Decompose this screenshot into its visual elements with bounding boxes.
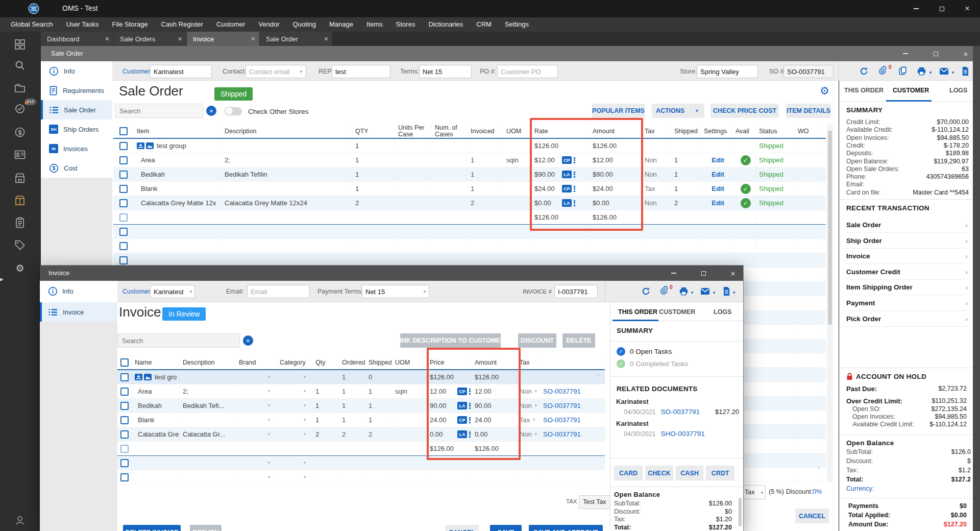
so-link[interactable]: SO-0037791 [543, 430, 581, 438]
chevron-down-icon[interactable]: ▼ [299, 69, 303, 74]
panel-tab-customer[interactable]: CUSTOMER [893, 87, 929, 94]
recent-item-pick-order[interactable]: Pick Order› [846, 311, 968, 327]
scroll-up-icon[interactable]: ⌃ [596, 374, 600, 379]
minimize-icon[interactable] [895, 46, 916, 61]
row-menu-icon[interactable] [469, 402, 471, 409]
mail-icon[interactable] [939, 67, 949, 75]
edit-link[interactable]: Edit [712, 171, 724, 178]
attachment-icon[interactable] [878, 66, 887, 76]
cell-brand[interactable]: ▼ [236, 470, 277, 484]
menu-item-user-tasks[interactable]: User Tasks [59, 17, 105, 32]
chevron-down-icon[interactable]: ▼ [303, 389, 307, 394]
price-source-badge[interactable]: CP [457, 416, 467, 424]
po-field[interactable] [497, 65, 558, 78]
table-row[interactable]: test group1$126.00$126.00Shipped [113, 139, 826, 153]
chevron-down-icon[interactable]: ▼ [303, 432, 307, 437]
chevron-down-icon[interactable]: ▼ [303, 461, 307, 465]
cell-settings[interactable]: Edit [701, 182, 732, 196]
row-checkbox[interactable] [119, 127, 128, 135]
cell-chk[interactable] [113, 167, 134, 181]
cell-brand[interactable]: ▼ [236, 427, 277, 441]
cell-chk[interactable] [117, 370, 132, 384]
cell-so[interactable]: SO-0037791 [540, 399, 605, 413]
chevron-down-icon[interactable]: ▼ [267, 432, 271, 437]
chevron-down-icon[interactable]: ▼ [267, 418, 271, 422]
row-checkbox[interactable] [119, 185, 128, 193]
sidebar-item-sale-order[interactable]: Sale Order [41, 100, 112, 119]
menu-item-dictionaries[interactable]: Dictionaries [422, 17, 470, 32]
chevron-down-icon[interactable]: ▼ [532, 418, 536, 422]
price-source-badge[interactable]: CP [562, 156, 572, 164]
row-checkbox[interactable] [119, 199, 128, 207]
close-icon[interactable]: × [321, 35, 328, 43]
sidebar-gear-icon[interactable]: ⚙ [13, 262, 27, 274]
empty-table-row[interactable] [113, 239, 826, 253]
terms-field[interactable] [419, 65, 472, 78]
printer-icon[interactable] [679, 287, 689, 296]
copy-icon[interactable] [898, 66, 907, 76]
table-row[interactable]: Calacatta GreyCalacatta Gr...▼▼2220.00LA… [117, 427, 605, 442]
sidebar-item-requirements[interactable]: Requirements [41, 81, 112, 100]
cell-category[interactable]: ▼ [277, 370, 312, 384]
row-checkbox[interactable] [120, 358, 129, 367]
edit-link[interactable]: Edit [712, 185, 724, 192]
row-menu-icon[interactable] [574, 185, 575, 192]
cell-chk[interactable] [113, 239, 134, 253]
cell-chk[interactable] [113, 253, 134, 267]
menu-item-file-storage[interactable]: File Storage [105, 17, 154, 32]
cell-category[interactable]: ▼ [277, 456, 312, 470]
row-menu-icon[interactable] [574, 156, 575, 164]
row-menu-icon[interactable] [574, 171, 575, 178]
row-checkbox[interactable] [119, 171, 128, 179]
clear-search-icon[interactable]: ✕ [206, 106, 216, 116]
actions-dropdown-button[interactable]: ▼ [689, 104, 704, 118]
panel-tab-this-order[interactable]: THIS ORDER [618, 308, 657, 316]
close-icon[interactable]: × [723, 266, 743, 281]
price-source-badge[interactable]: CP [457, 388, 467, 395]
row-menu-icon[interactable] [469, 388, 471, 395]
menu-item-items[interactable]: Items [360, 17, 389, 32]
chevron-down-icon[interactable]: ▼ [534, 403, 538, 408]
chevron-down-icon[interactable]: ▼ [423, 289, 427, 294]
item-details-button[interactable]: ITEM DETAILS [786, 104, 831, 118]
chevron-down-icon[interactable]: ▼ [732, 291, 736, 295]
chevron-down-icon[interactable]: ▼ [267, 475, 271, 479]
sidebar-expand-arrow-icon[interactable]: ▶ [0, 277, 4, 282]
sidebar-clipboard-icon[interactable] [13, 216, 27, 229]
cell-chk[interactable] [113, 225, 134, 238]
row-menu-icon[interactable] [469, 430, 471, 438]
menu-item-cash-register[interactable]: Cash Register [155, 17, 210, 32]
row-checkbox[interactable] [120, 445, 129, 453]
table-row[interactable]: Blank11$24.00CP$24.00Tax1Edit✓Shipped [113, 182, 826, 196]
chevron-down-icon[interactable]: ▼ [534, 432, 538, 437]
save-and-approve-button[interactable]: SAVE AND APPROVE [529, 525, 603, 531]
sidebar-tag-icon[interactable] [13, 239, 27, 251]
card-button[interactable]: CARD [614, 466, 643, 480]
close-icon[interactable]: × [102, 35, 109, 43]
column-header-chk[interactable] [117, 356, 132, 369]
chevron-down-icon[interactable]: ▼ [267, 375, 271, 379]
cell-chk[interactable] [117, 384, 132, 398]
menu-item-crm[interactable]: CRM [470, 17, 498, 32]
price-source-badge[interactable]: LA [562, 171, 572, 178]
price-source-badge[interactable]: LA [562, 199, 572, 207]
sidebar-item-invoices[interactable]: INInvoices [41, 139, 112, 158]
sidebar-package-icon[interactable] [13, 194, 27, 206]
table-row[interactable]: Area2;▼▼111sqin12.00CP12.00Non▼SO-003779… [117, 384, 605, 399]
chevron-down-icon[interactable]: ▼ [267, 403, 271, 408]
panel-tab-customer[interactable]: CUSTOMER [659, 308, 695, 316]
menu-item-quoting[interactable]: Quoting [286, 17, 323, 32]
chevron-down-icon[interactable]: ▼ [690, 291, 694, 295]
recent-item-invoice[interactable]: Invoice› [846, 249, 968, 264]
recent-item-ship-order[interactable]: Ship Order› [846, 233, 968, 249]
sidebar-search-icon[interactable] [13, 59, 27, 71]
payment-terms-field[interactable] [362, 285, 429, 298]
table-row[interactable]: test gro▼▼10$126.00$126.00 [117, 370, 605, 384]
link-description-to-customer-button[interactable]: LINK DESCRIPTION TO CUSTOMER [400, 333, 501, 348]
recent-item-customer-credit[interactable]: Customer Credit› [846, 264, 968, 280]
cell-settings[interactable]: Edit [701, 153, 732, 167]
cancel-button[interactable]: CANCEL [445, 525, 479, 531]
tab-invoice[interactable]: Invoice× [187, 32, 260, 46]
check-price-cost-button[interactable]: CHECK PRICE COST [710, 104, 779, 118]
tab-sale-order[interactable]: Sale Order× [260, 32, 333, 46]
